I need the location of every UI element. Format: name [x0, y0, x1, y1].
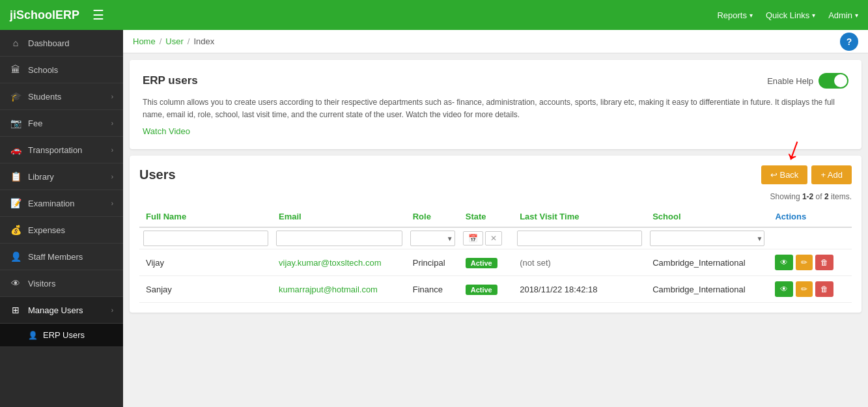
back-button[interactable]: ↩ Back	[761, 165, 808, 184]
schools-icon: 🏛	[10, 64, 21, 75]
chevron-right-icon: ›	[111, 173, 113, 180]
showing-text: Showing 1-2 of 2 items.	[139, 192, 852, 201]
col-school: School	[646, 206, 768, 227]
filter-full-name[interactable]	[143, 231, 268, 246]
sidebar-item-library[interactable]: 📋 Library ›	[0, 163, 123, 190]
cell-full-name: Vijay	[139, 249, 272, 276]
manage-users-icon: ⊞	[10, 305, 21, 315]
cell-state: Active	[459, 276, 513, 303]
chevron-right-icon: ›	[111, 120, 113, 127]
filter-row: ▼ 📅 ✕	[139, 227, 852, 249]
breadcrumb-sep: /	[188, 36, 190, 46]
cell-actions: 👁 ✏ 🗑	[768, 276, 852, 303]
table-row: Vijay vijay.kumar@toxsltech.com Principa…	[139, 249, 852, 276]
filter-email[interactable]	[276, 231, 402, 246]
sidebar-item-label: Staff Members	[28, 252, 113, 262]
sidebar-item-label: Visitors	[28, 279, 113, 288]
sidebar-sub-item-label: ERP Users	[43, 330, 85, 340]
email-link[interactable]: kumarrajput@hotmail.com	[279, 285, 378, 294]
sidebar-item-label: Expenses	[28, 225, 113, 235]
sidebar-item-transportation[interactable]: 🚗 Transportation ›	[0, 137, 123, 163]
cell-last-visit: 2018/11/22 18:42:18	[513, 276, 646, 303]
status-badge: Active	[466, 285, 497, 295]
watch-video-link[interactable]: Watch Video	[143, 126, 190, 136]
cell-school: Cambridge_International	[646, 276, 768, 303]
add-button[interactable]: + Add	[811, 165, 852, 184]
sidebar-item-label: Students	[28, 92, 105, 102]
breadcrumb: Home / User / Index ?	[123, 30, 868, 53]
sidebar-item-dashboard[interactable]: ⌂ Dashboard	[0, 30, 123, 57]
breadcrumb-home[interactable]: Home	[133, 36, 156, 46]
expenses-icon: 💰	[10, 225, 21, 235]
sidebar-item-label: Transportation	[28, 145, 105, 155]
col-full-name: Full Name	[139, 206, 272, 227]
fee-icon: 📷	[10, 118, 21, 128]
chevron-right-icon: ›	[111, 200, 113, 207]
sidebar-item-label: Examination	[28, 199, 105, 208]
staff-icon: 👤	[10, 251, 21, 262]
email-link[interactable]: vijay.kumar@toxsltech.com	[279, 258, 381, 268]
action-buttons: ↩ Back + Add	[761, 165, 852, 184]
reports-chevron-icon: ▾	[749, 12, 753, 19]
admin-nav[interactable]: Admin ▾	[828, 10, 858, 20]
quick-links-nav[interactable]: Quick Links ▾	[766, 10, 815, 20]
status-badge: Active	[466, 258, 497, 268]
sidebar-item-visitors[interactable]: 👁 Visitors	[0, 270, 123, 297]
filter-date-clear[interactable]: ✕	[485, 231, 502, 246]
quick-links-chevron-icon: ▾	[812, 12, 815, 19]
sidebar-item-label: Dashboard	[28, 38, 113, 48]
cell-school: Cambridge_International	[646, 249, 768, 276]
help-button[interactable]: ?	[840, 33, 858, 51]
cell-role: Principal	[406, 249, 459, 276]
transportation-icon: 🚗	[10, 145, 21, 155]
edit-button[interactable]: ✏	[796, 255, 813, 270]
view-button[interactable]: 👁	[775, 255, 793, 270]
sidebar-item-fee[interactable]: 📷 Fee ›	[0, 110, 123, 137]
chevron-right-icon: ›	[111, 147, 113, 154]
filter-last-visit[interactable]	[517, 231, 642, 246]
info-box-description: This column allows you to create users a…	[143, 96, 848, 121]
sidebar-item-schools[interactable]: 🏛 Schools	[0, 57, 123, 83]
users-section: ↓ Users ↩ Back + Add Showing 1-2 of 2 it…	[130, 156, 861, 313]
admin-chevron-icon: ▾	[855, 12, 858, 19]
visitors-icon: 👁	[10, 278, 21, 288]
cell-full-name: Sanjay	[139, 276, 272, 303]
enable-help-label: Enable Help	[767, 76, 813, 86]
hamburger-menu[interactable]: ☰	[92, 7, 104, 23]
sidebar-item-staff-members[interactable]: 👤 Staff Members	[0, 244, 123, 270]
cell-email: vijay.kumar@toxsltech.com	[272, 249, 406, 276]
sidebar-item-erp-users[interactable]: 👤 ERP Users	[0, 324, 123, 347]
info-box-title: ERP users	[143, 74, 198, 87]
filter-date-picker[interactable]: 📅	[463, 231, 483, 246]
cell-actions: 👁 ✏ 🗑	[768, 249, 852, 276]
cell-role: Finance	[406, 276, 459, 303]
students-icon: 🎓	[10, 91, 21, 102]
col-role: Role	[406, 206, 459, 227]
app-logo: jiSchoolERP	[10, 8, 79, 22]
sidebar-item-manage-users[interactable]: ⊞ Manage Users ›	[0, 297, 123, 324]
delete-button[interactable]: 🗑	[815, 281, 833, 297]
cell-state: Active	[459, 249, 513, 276]
breadcrumb-user[interactable]: User	[165, 36, 183, 46]
sidebar-item-examination[interactable]: 📝 Examination ›	[0, 190, 123, 217]
users-table: Full Name Email Role State Last Visit Ti…	[139, 206, 852, 303]
col-state: State	[459, 206, 513, 227]
sidebar: ⌂ Dashboard 🏛 Schools 🎓 Students › 📷 Fee…	[0, 30, 123, 407]
delete-button[interactable]: 🗑	[815, 255, 833, 270]
col-last-visit: Last Visit Time	[513, 206, 646, 227]
filter-school[interactable]	[650, 231, 764, 246]
sidebar-item-students[interactable]: 🎓 Students ›	[0, 83, 123, 110]
view-button[interactable]: 👁	[775, 281, 793, 297]
col-email: Email	[272, 206, 406, 227]
examination-icon: 📝	[10, 198, 21, 208]
cell-email: kumarrajput@hotmail.com	[272, 276, 406, 303]
chevron-right-icon: ›	[111, 93, 113, 100]
library-icon: 📋	[10, 171, 21, 182]
filter-role[interactable]	[410, 231, 455, 246]
erp-users-info-box: ERP users Enable Help This column allows…	[130, 60, 861, 149]
sidebar-item-expenses[interactable]: 💰 Expenses	[0, 217, 123, 244]
sidebar-item-label: Library	[28, 172, 105, 182]
enable-help-toggle[interactable]	[819, 73, 848, 89]
reports-nav[interactable]: Reports ▾	[717, 10, 753, 20]
edit-button[interactable]: ✏	[796, 281, 813, 297]
